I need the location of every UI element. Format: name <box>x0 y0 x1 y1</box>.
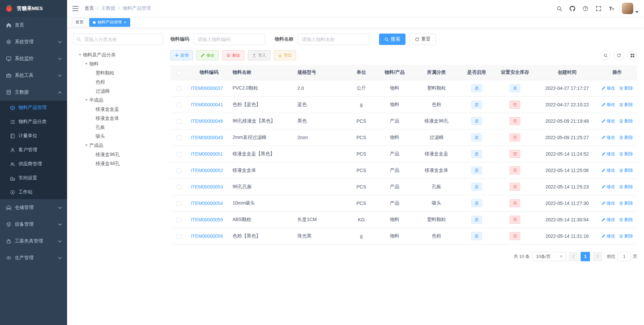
delete-button[interactable]: 删除 <box>222 50 245 60</box>
sidebar-item[interactable]: 主数据 <box>0 84 67 101</box>
material-code-link[interactable]: ITEM00000052 <box>191 168 223 173</box>
category-search-input[interactable] <box>73 34 163 45</box>
sidebar-item[interactable]: 设备管理 <box>0 216 67 233</box>
row-checkbox[interactable] <box>177 136 181 140</box>
material-code-link[interactable]: ITEM00000054 <box>191 201 223 206</box>
tree-caret-icon[interactable] <box>84 143 89 148</box>
sidebar-subitem[interactable]: 工作站 <box>0 185 67 199</box>
code-filter-input[interactable] <box>193 34 265 45</box>
material-code-link[interactable]: ITEM00000055 <box>191 217 223 222</box>
tree-node[interactable]: 孔板 <box>73 123 163 132</box>
row-checkbox[interactable] <box>177 168 181 173</box>
row-delete-link[interactable]: 删除 <box>619 151 633 157</box>
material-code-link[interactable]: ITEM00000041 <box>191 102 223 107</box>
sidebar-item[interactable]: 系统工具 <box>0 67 67 84</box>
tree-node[interactable]: 移液盒96孔 <box>73 150 163 159</box>
next-page-button[interactable] <box>593 252 602 261</box>
row-delete-link[interactable]: 删除 <box>619 134 633 141</box>
row-checkbox[interactable] <box>177 152 181 157</box>
row-edit-link[interactable]: 修改 <box>601 200 615 206</box>
user-avatar[interactable] <box>622 3 633 14</box>
sidebar-subitem[interactable]: 客户管理 <box>0 143 67 157</box>
tree-caret-icon[interactable] <box>84 61 89 67</box>
tab-item[interactable]: 首页 <box>72 18 87 27</box>
tree-node[interactable]: 物料及产品分类 <box>73 50 163 59</box>
row-delete-link[interactable]: 删除 <box>619 217 633 223</box>
sidebar-item[interactable]: 生产管理 <box>0 250 67 266</box>
search-icon[interactable] <box>556 6 562 11</box>
row-edit-link[interactable]: 修改 <box>601 102 615 108</box>
material-code-link[interactable]: ITEM00000046 <box>191 118 223 124</box>
name-filter-input[interactable] <box>298 34 370 45</box>
export-button[interactable]: 导出 <box>274 50 296 60</box>
prev-page-button[interactable] <box>569 252 578 261</box>
row-delete-link[interactable]: 删除 <box>619 167 633 173</box>
hamburger-icon[interactable] <box>72 6 78 11</box>
breadcrumb-item[interactable]: 首页 <box>85 5 94 11</box>
row-edit-link[interactable]: 修改 <box>601 118 615 124</box>
row-edit-link[interactable]: 修改 <box>601 184 615 190</box>
reset-button[interactable]: 重置 <box>410 34 436 45</box>
material-code-link[interactable]: ITEM00000053 <box>191 184 223 189</box>
row-checkbox[interactable] <box>177 119 181 124</box>
row-delete-link[interactable]: 删除 <box>619 200 633 206</box>
close-icon[interactable]: × <box>124 20 126 24</box>
tree-caret-icon[interactable] <box>77 52 83 58</box>
sidebar-subitem[interactable]: 物料产品分类 <box>0 115 67 129</box>
tree-node[interactable]: 移液盒盒盖 <box>73 105 163 114</box>
row-delete-link[interactable]: 删除 <box>619 233 633 239</box>
tree-node[interactable]: 半成品 <box>73 96 163 105</box>
material-code-link[interactable]: ITEM00000037 <box>191 86 223 91</box>
row-checkbox[interactable] <box>177 103 181 107</box>
row-checkbox[interactable] <box>177 234 181 239</box>
row-delete-link[interactable]: 删除 <box>619 184 633 190</box>
row-delete-link[interactable]: 删除 <box>619 118 633 124</box>
row-edit-link[interactable]: 修改 <box>601 167 615 173</box>
tree-caret-icon[interactable] <box>84 97 89 103</box>
search-button[interactable]: 搜索 <box>379 34 406 45</box>
page-number-button[interactable]: 1 <box>581 252 590 261</box>
tree-node[interactable]: 移液盒48孔 <box>73 159 163 168</box>
row-checkbox[interactable] <box>177 218 181 222</box>
select-all-checkbox[interactable] <box>177 70 181 75</box>
row-checkbox[interactable] <box>177 201 181 206</box>
row-edit-link[interactable]: 修改 <box>601 151 615 157</box>
page-size-select[interactable]: 10条/页 <box>532 252 566 261</box>
question-icon[interactable] <box>583 6 588 11</box>
add-button[interactable]: 新增 <box>170 50 193 60</box>
sidebar-subitem[interactable]: 物料产品管理 <box>0 101 67 115</box>
sidebar-subitem[interactable]: 计量单位 <box>0 129 67 143</box>
row-edit-link[interactable]: 修改 <box>601 233 615 239</box>
import-button[interactable]: 导入 <box>248 50 270 60</box>
row-delete-link[interactable]: 删除 <box>619 102 633 108</box>
refresh-table-button[interactable] <box>614 50 624 60</box>
sidebar-item[interactable]: 仓储管理 <box>0 199 67 216</box>
row-delete-link[interactable]: 删除 <box>619 85 633 91</box>
edit-button[interactable]: 修改 <box>196 50 219 60</box>
sidebar-item[interactable]: 系统监控 <box>0 50 67 67</box>
row-edit-link[interactable]: 修改 <box>601 85 615 91</box>
toggle-search-button[interactable] <box>600 50 610 60</box>
breadcrumb-item[interactable]: 主数据 <box>101 5 115 11</box>
github-icon[interactable] <box>570 6 575 11</box>
tree-node[interactable]: 塑料颗粒 <box>73 68 163 77</box>
fullscreen-icon[interactable] <box>596 6 601 11</box>
row-edit-link[interactable]: 修改 <box>601 134 615 141</box>
tree-node[interactable]: 过滤棉 <box>73 87 163 96</box>
material-code-link[interactable]: ITEM00000051 <box>191 151 223 157</box>
tree-node[interactable]: 色粉 <box>73 77 163 87</box>
tab-active[interactable]: 物料产品管理× <box>89 18 130 27</box>
goto-page-input[interactable] <box>618 252 631 261</box>
tree-node[interactable]: 移液盒盒体 <box>73 114 163 123</box>
sidebar-item[interactable]: 首页 <box>0 17 67 34</box>
row-checkbox[interactable] <box>177 185 181 189</box>
sidebar-subitem[interactable]: 供应商管理 <box>0 157 67 171</box>
tree-node[interactable]: 吸头 <box>73 132 163 141</box>
material-code-link[interactable]: ITEM00000056 <box>191 233 223 239</box>
font-size-icon[interactable] <box>609 6 614 11</box>
tree-node[interactable]: 物料 <box>73 59 163 68</box>
row-checkbox[interactable] <box>177 86 181 91</box>
caret-down-icon[interactable] <box>635 11 639 13</box>
row-edit-link[interactable]: 修改 <box>601 217 615 223</box>
sidebar-item[interactable]: 系统管理 <box>0 34 67 50</box>
